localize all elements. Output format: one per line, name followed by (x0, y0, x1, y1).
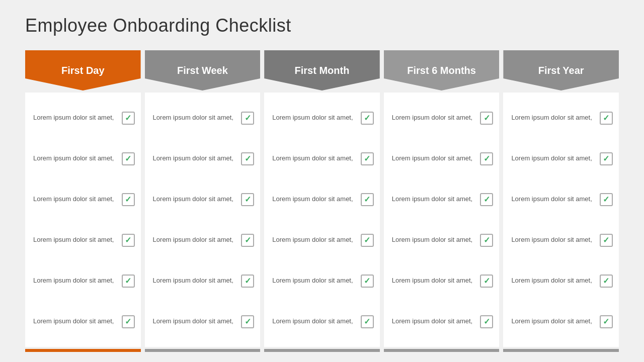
list-item: Lorem ipsum dolor sit amet, (33, 272, 135, 291)
item-text: Lorem ipsum dolor sit amet, (511, 113, 592, 122)
column-first-day: First DayLorem ipsum dolor sit amet,Lore… (25, 50, 141, 352)
check-icon[interactable] (241, 315, 254, 328)
check-icon[interactable] (361, 193, 374, 206)
list-item: Lorem ipsum dolor sit amet, (392, 109, 494, 128)
list-item: Lorem ipsum dolor sit amet, (272, 190, 374, 209)
list-item: Lorem ipsum dolor sit amet, (272, 109, 374, 128)
check-icon[interactable] (480, 275, 493, 288)
column-header-first-week: First Week (145, 50, 261, 90)
check-icon[interactable] (361, 275, 374, 288)
list-item: Lorem ipsum dolor sit amet, (511, 312, 613, 331)
list-item: Lorem ipsum dolor sit amet, (511, 190, 613, 209)
column-first-year: First YearLorem ipsum dolor sit amet,Lor… (503, 50, 619, 352)
item-text: Lorem ipsum dolor sit amet, (392, 195, 472, 204)
page-title: Employee Onboarding Checklist (25, 15, 619, 36)
checklist-grid: First DayLorem ipsum dolor sit amet,Lore… (25, 50, 619, 352)
item-text: Lorem ipsum dolor sit amet, (33, 154, 114, 163)
list-item: Lorem ipsum dolor sit amet, (33, 231, 135, 250)
column-footer-first-day (25, 349, 141, 352)
check-icon[interactable] (122, 234, 135, 247)
item-text: Lorem ipsum dolor sit amet, (392, 317, 472, 326)
item-text: Lorem ipsum dolor sit amet, (272, 154, 353, 163)
item-text: Lorem ipsum dolor sit amet, (153, 195, 233, 204)
list-item: Lorem ipsum dolor sit amet, (392, 231, 494, 250)
check-icon[interactable] (241, 234, 254, 247)
column-first-week: First WeekLorem ipsum dolor sit amet,Lor… (145, 50, 261, 352)
list-item: Lorem ipsum dolor sit amet, (153, 149, 255, 168)
check-icon[interactable] (241, 112, 254, 125)
list-item: Lorem ipsum dolor sit amet, (392, 149, 494, 168)
check-icon[interactable] (122, 152, 135, 165)
list-item: Lorem ipsum dolor sit amet, (511, 231, 613, 250)
column-header-first-month: First Month (264, 50, 380, 90)
list-item: Lorem ipsum dolor sit amet, (392, 312, 494, 331)
item-text: Lorem ipsum dolor sit amet, (511, 235, 592, 244)
column-header-first-year: First Year (503, 50, 619, 90)
item-text: Lorem ipsum dolor sit amet, (511, 317, 592, 326)
item-text: Lorem ipsum dolor sit amet, (392, 113, 472, 122)
list-item: Lorem ipsum dolor sit amet, (153, 190, 255, 209)
item-text: Lorem ipsum dolor sit amet, (272, 276, 353, 285)
check-icon[interactable] (122, 193, 135, 206)
check-icon[interactable] (241, 152, 254, 165)
column-first-6-months: First 6 MonthsLorem ipsum dolor sit amet… (384, 50, 500, 352)
check-icon[interactable] (600, 275, 613, 288)
item-text: Lorem ipsum dolor sit amet, (153, 113, 233, 122)
item-text: Lorem ipsum dolor sit amet, (33, 276, 114, 285)
check-icon[interactable] (480, 315, 493, 328)
item-text: Lorem ipsum dolor sit amet, (33, 235, 114, 244)
item-text: Lorem ipsum dolor sit amet, (33, 317, 114, 326)
list-item: Lorem ipsum dolor sit amet, (33, 190, 135, 209)
check-icon[interactable] (480, 234, 493, 247)
list-item: Lorem ipsum dolor sit amet, (272, 312, 374, 331)
list-item: Lorem ipsum dolor sit amet, (511, 149, 613, 168)
list-item: Lorem ipsum dolor sit amet, (392, 272, 494, 291)
item-text: Lorem ipsum dolor sit amet, (272, 113, 353, 122)
item-text: Lorem ipsum dolor sit amet, (33, 195, 114, 204)
column-body-first-week: Lorem ipsum dolor sit amet,Lorem ipsum d… (145, 93, 261, 347)
column-body-first-day: Lorem ipsum dolor sit amet,Lorem ipsum d… (25, 93, 141, 347)
list-item: Lorem ipsum dolor sit amet, (33, 149, 135, 168)
check-icon[interactable] (122, 315, 135, 328)
item-text: Lorem ipsum dolor sit amet, (153, 154, 233, 163)
column-body-first-year: Lorem ipsum dolor sit amet,Lorem ipsum d… (503, 93, 619, 347)
check-icon[interactable] (361, 234, 374, 247)
item-text: Lorem ipsum dolor sit amet, (272, 195, 353, 204)
column-footer-first-year (503, 349, 619, 352)
list-item: Lorem ipsum dolor sit amet, (153, 272, 255, 291)
item-text: Lorem ipsum dolor sit amet, (511, 195, 592, 204)
item-text: Lorem ipsum dolor sit amet, (511, 276, 592, 285)
list-item: Lorem ipsum dolor sit amet, (33, 312, 135, 331)
list-item: Lorem ipsum dolor sit amet, (33, 109, 135, 128)
list-item: Lorem ipsum dolor sit amet, (272, 272, 374, 291)
item-text: Lorem ipsum dolor sit amet, (153, 276, 233, 285)
check-icon[interactable] (600, 193, 613, 206)
check-icon[interactable] (480, 152, 493, 165)
column-footer-first-6-months (384, 349, 500, 352)
item-text: Lorem ipsum dolor sit amet, (392, 154, 472, 163)
check-icon[interactable] (361, 112, 374, 125)
check-icon[interactable] (122, 275, 135, 288)
check-icon[interactable] (480, 112, 493, 125)
list-item: Lorem ipsum dolor sit amet, (153, 231, 255, 250)
item-text: Lorem ipsum dolor sit amet, (153, 317, 233, 326)
item-text: Lorem ipsum dolor sit amet, (392, 235, 472, 244)
item-text: Lorem ipsum dolor sit amet, (272, 317, 353, 326)
check-icon[interactable] (600, 112, 613, 125)
check-icon[interactable] (361, 315, 374, 328)
check-icon[interactable] (600, 315, 613, 328)
list-item: Lorem ipsum dolor sit amet, (511, 272, 613, 291)
check-icon[interactable] (122, 112, 135, 125)
check-icon[interactable] (600, 234, 613, 247)
column-header-first-day: First Day (25, 50, 141, 90)
item-text: Lorem ipsum dolor sit amet, (33, 113, 114, 122)
item-text: Lorem ipsum dolor sit amet, (392, 276, 472, 285)
check-icon[interactable] (600, 152, 613, 165)
check-icon[interactable] (241, 275, 254, 288)
list-item: Lorem ipsum dolor sit amet, (153, 109, 255, 128)
list-item: Lorem ipsum dolor sit amet, (153, 312, 255, 331)
list-item: Lorem ipsum dolor sit amet, (272, 149, 374, 168)
check-icon[interactable] (361, 152, 374, 165)
check-icon[interactable] (480, 193, 493, 206)
check-icon[interactable] (241, 193, 254, 206)
